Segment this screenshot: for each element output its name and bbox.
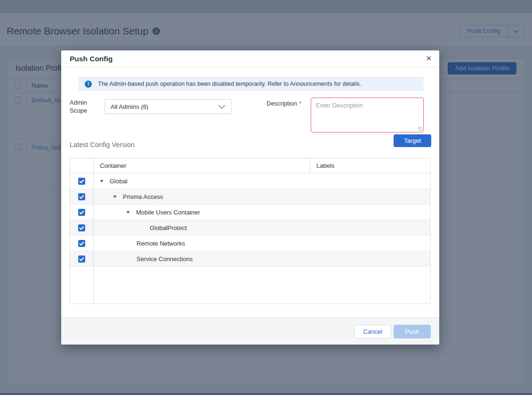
- description-label: Description*: [266, 100, 301, 107]
- tree-cell: Service Connections: [94, 251, 430, 266]
- info-banner: ! The Admin-based push operation has bee…: [79, 77, 424, 91]
- checkbox-column-filler: [70, 267, 94, 304]
- modal-header: Push Config ✕: [61, 50, 439, 67]
- cancel-button[interactable]: Cancel: [354, 325, 391, 338]
- tree-cell: Prisma Access: [94, 189, 430, 204]
- tree-row: Remote Networks: [70, 236, 430, 251]
- tree-row: Prisma Access: [70, 189, 430, 205]
- row-checkbox[interactable]: [70, 205, 94, 220]
- admin-scope-dropdown[interactable]: All Admins (6): [105, 99, 232, 114]
- checkbox-checked-icon[interactable]: [78, 209, 85, 216]
- required-asterisk: *: [299, 100, 301, 107]
- column-container: Container: [94, 158, 310, 173]
- caret-down-icon[interactable]: [126, 211, 130, 214]
- table-header-row: Container Labels: [70, 158, 430, 173]
- tree-node-label: Mobile Users Container: [136, 209, 200, 216]
- push-button[interactable]: Push: [394, 325, 431, 338]
- chevron-down-icon: [218, 105, 226, 109]
- description-field-wrap: [311, 98, 424, 132]
- modal-footer: Cancel Push: [61, 317, 439, 345]
- tree-node-label: GlobalProtect: [150, 224, 187, 231]
- target-button[interactable]: Target: [394, 134, 431, 147]
- tree-row: Service Connections: [70, 251, 430, 267]
- caret-down-icon[interactable]: [100, 180, 104, 182]
- column-labels: Labels: [310, 158, 430, 173]
- tree-node-label: Service Connections: [137, 255, 193, 263]
- push-config-modal: Push Config ✕ ! The Admin-based push ope…: [61, 50, 439, 345]
- row-checkbox[interactable]: [70, 220, 94, 235]
- row-checkbox[interactable]: [70, 189, 94, 204]
- tree-cell: Mobile Users Container: [94, 205, 430, 220]
- alert-info-icon: !: [85, 81, 92, 88]
- tree-row: Mobile Users Container: [70, 205, 430, 220]
- tree-cell: Global: [94, 173, 430, 189]
- row-checkbox[interactable]: [70, 236, 94, 251]
- row-checkbox[interactable]: [70, 251, 94, 266]
- latest-config-version-heading: Latest Config Version: [70, 141, 135, 148]
- info-banner-text: The Admin-based push operation has been …: [98, 81, 361, 87]
- row-checkbox[interactable]: [70, 173, 94, 189]
- config-scope-table: Container Labels GlobalPrisma AccessMobi…: [70, 158, 431, 304]
- tree-node-label: Global: [110, 178, 128, 185]
- admin-scope-label: Admin Scope: [70, 99, 92, 115]
- modal-title: Push Config: [70, 55, 113, 63]
- tree-row: Global: [70, 173, 430, 189]
- close-icon[interactable]: ✕: [426, 54, 432, 63]
- resize-handle-icon[interactable]: [418, 127, 422, 131]
- caret-down-icon[interactable]: [113, 196, 117, 198]
- tree-cell: GlobalProtect: [94, 220, 430, 235]
- tree-node-label: Prisma Access: [123, 193, 163, 200]
- tree-node-label: Remote Networks: [137, 240, 185, 247]
- header-checkbox-cell: [70, 158, 94, 173]
- checkbox-checked-icon[interactable]: [78, 193, 85, 200]
- checkbox-checked-icon[interactable]: [78, 255, 85, 263]
- description-input[interactable]: [311, 98, 424, 132]
- checkbox-checked-icon[interactable]: [78, 178, 85, 185]
- tree-row: GlobalProtect: [70, 220, 430, 236]
- checkbox-checked-icon[interactable]: [78, 240, 85, 247]
- table-empty-area: [70, 267, 430, 304]
- admin-scope-value: All Admins (6): [111, 103, 148, 110]
- tree-cell: Remote Networks: [94, 236, 430, 251]
- checkbox-checked-icon[interactable]: [78, 224, 85, 231]
- table-body: GlobalPrisma AccessMobile Users Containe…: [70, 173, 430, 304]
